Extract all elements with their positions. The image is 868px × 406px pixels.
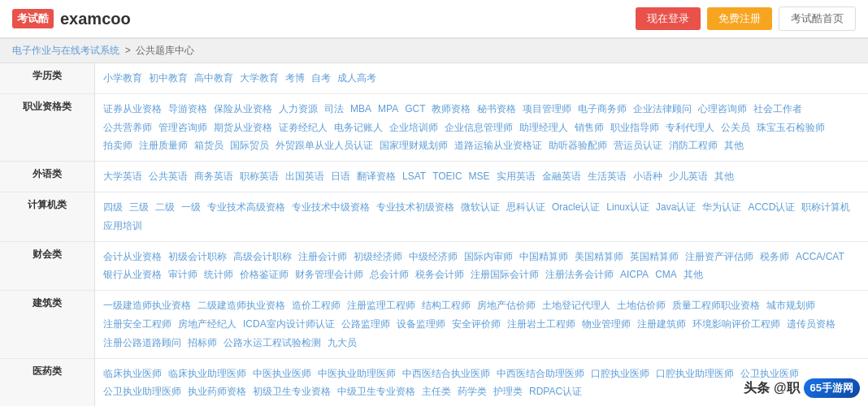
category-link[interactable]: 注册资产评估师	[685, 251, 753, 262]
category-link[interactable]: 口腔执业助理医师	[656, 368, 734, 379]
category-link[interactable]: 注册建筑师	[637, 318, 686, 330]
category-link[interactable]: 二级建造师执业资格	[197, 300, 285, 311]
category-link[interactable]: 遗传员资格	[787, 318, 835, 330]
category-link[interactable]: 秘书资格	[477, 103, 516, 114]
category-link[interactable]: 中级经济师	[409, 251, 458, 262]
category-link[interactable]: MPA	[378, 103, 398, 114]
category-link[interactable]: 销售师	[575, 122, 604, 133]
category-link[interactable]: 心理咨询师	[698, 103, 747, 114]
category-link[interactable]: 微软认证	[461, 201, 500, 213]
register-button[interactable]: 免费注册	[707, 7, 772, 30]
category-link[interactable]: 房地产估价师	[477, 300, 536, 311]
category-link[interactable]: 电务记账人	[334, 122, 383, 133]
category-link[interactable]: 统计师	[204, 269, 233, 280]
category-link[interactable]: 主任类	[422, 386, 451, 397]
category-link[interactable]: 职业指导师	[610, 122, 659, 133]
category-link[interactable]: 造价工程师	[292, 300, 341, 311]
category-link[interactable]: 英国精算师	[630, 251, 679, 262]
category-link[interactable]: 银行从业资格	[103, 269, 162, 280]
category-link[interactable]: AICPA	[620, 269, 649, 280]
category-link[interactable]: 初级经济师	[354, 251, 402, 262]
category-link[interactable]: 司法	[324, 103, 344, 114]
category-link[interactable]: 专业技术初级资格	[376, 201, 454, 213]
category-link[interactable]: 注册公路道路顾问	[103, 337, 181, 348]
category-link[interactable]: 其他	[724, 140, 744, 151]
category-link[interactable]: 公路水运工程试验检测	[224, 337, 321, 348]
category-link[interactable]: 总会计师	[370, 269, 409, 280]
category-link[interactable]: MSE	[469, 171, 490, 182]
category-link[interactable]: 中医执业医师	[253, 368, 311, 379]
category-link[interactable]: 电子商务师	[578, 103, 627, 114]
category-link[interactable]: 招标师	[188, 337, 217, 348]
category-link[interactable]: 企业信息管理师	[445, 122, 513, 133]
category-link[interactable]: 结构工程师	[422, 300, 471, 311]
category-link[interactable]: 设备监理师	[397, 318, 445, 330]
category-link[interactable]: 自考	[311, 72, 331, 84]
category-link[interactable]: 公共营养师	[103, 122, 152, 133]
category-link[interactable]: 公路监理师	[341, 318, 390, 330]
category-link[interactable]: 公共英语	[149, 171, 188, 182]
category-link[interactable]: 实用英语	[497, 171, 536, 182]
category-link[interactable]: 中西医结合助理医师	[497, 368, 584, 379]
category-link[interactable]: GCT	[405, 103, 425, 114]
category-link[interactable]: 管理咨询师	[158, 122, 207, 133]
category-link[interactable]: 职称计算机	[801, 201, 850, 213]
category-link[interactable]: 国际内审师	[464, 251, 513, 262]
category-link[interactable]: 高中教育	[194, 72, 233, 84]
category-link[interactable]: 美国精算师	[575, 251, 623, 262]
category-link[interactable]: 土地估价师	[617, 300, 666, 311]
category-link[interactable]: 注册质量师	[139, 140, 188, 151]
category-link[interactable]: 执业药师资格	[188, 386, 246, 397]
category-link[interactable]: 箱货员	[194, 140, 224, 151]
category-link[interactable]: Java认证	[656, 201, 696, 213]
category-link[interactable]: 小语种	[633, 171, 662, 182]
category-link[interactable]: 注册岩土工程师	[507, 318, 575, 330]
category-link[interactable]: 中级卫生专业资格	[337, 386, 415, 397]
category-link[interactable]: 商务英语	[194, 171, 233, 182]
login-button[interactable]: 现在登录	[636, 7, 701, 30]
category-link[interactable]: TOEIC	[432, 171, 462, 182]
category-link[interactable]: 生活英语	[588, 171, 627, 182]
category-link[interactable]: 注册监理工程师	[347, 300, 415, 311]
category-link[interactable]: 房地产经纪人	[178, 318, 237, 330]
category-link[interactable]: 注册会计师	[298, 251, 347, 262]
category-link[interactable]: 九大员	[328, 337, 357, 348]
category-link[interactable]: 药学类	[458, 386, 487, 397]
category-link[interactable]: 税务师	[760, 251, 789, 262]
category-link[interactable]: 教师资格	[432, 103, 471, 114]
category-link[interactable]: 中国精算师	[519, 251, 568, 262]
breadcrumb-home-link[interactable]: 电子作业与在线考试系统	[12, 45, 119, 56]
category-link[interactable]: 高级会计职称	[233, 251, 292, 262]
category-link[interactable]: 其他	[684, 269, 703, 280]
category-link[interactable]: 会计从业资格	[103, 251, 162, 262]
category-link[interactable]: 公关员	[721, 122, 750, 133]
category-link[interactable]: 消防工程师	[669, 140, 718, 151]
category-link[interactable]: 企业培训师	[389, 122, 438, 133]
category-link[interactable]: LSAT	[402, 171, 426, 182]
category-link[interactable]: 一级	[181, 201, 201, 213]
category-link[interactable]: 注册国际会计师	[471, 269, 539, 280]
category-link[interactable]: 保险从业资格	[214, 103, 272, 114]
category-link[interactable]: 国家理财规划师	[380, 140, 448, 151]
category-link[interactable]: 职称英语	[240, 171, 279, 182]
category-link[interactable]: 二级	[155, 201, 175, 213]
category-link[interactable]: 口腔执业医师	[591, 368, 649, 379]
category-link[interactable]: 小学教育	[103, 72, 142, 84]
category-link[interactable]: 营运员认证	[614, 140, 662, 151]
category-link[interactable]: RDPAC认证	[529, 386, 582, 397]
category-link[interactable]: 金融英语	[542, 171, 581, 182]
category-link[interactable]: 护理类	[493, 386, 523, 397]
category-link[interactable]: 环境影响评价工程师	[692, 318, 780, 330]
category-link[interactable]: 导游资格	[168, 103, 207, 114]
category-link[interactable]: 出国英语	[285, 171, 324, 182]
category-link[interactable]: 土地登记代理人	[542, 300, 610, 311]
category-link[interactable]: 期货从业资格	[214, 122, 272, 133]
category-link[interactable]: 外贸跟单从业人员认证	[276, 140, 373, 151]
category-link[interactable]: 证劵经纪人	[279, 122, 328, 133]
category-link[interactable]: 三级	[129, 201, 149, 213]
category-link[interactable]: 一级建造师执业资格	[103, 300, 191, 311]
category-link[interactable]: 质量工程师职业资格	[672, 300, 760, 311]
category-link[interactable]: 公卫执业医师	[740, 368, 799, 379]
category-link[interactable]: 证券从业资格	[103, 103, 162, 114]
category-link[interactable]: ACCD认证	[748, 201, 795, 213]
